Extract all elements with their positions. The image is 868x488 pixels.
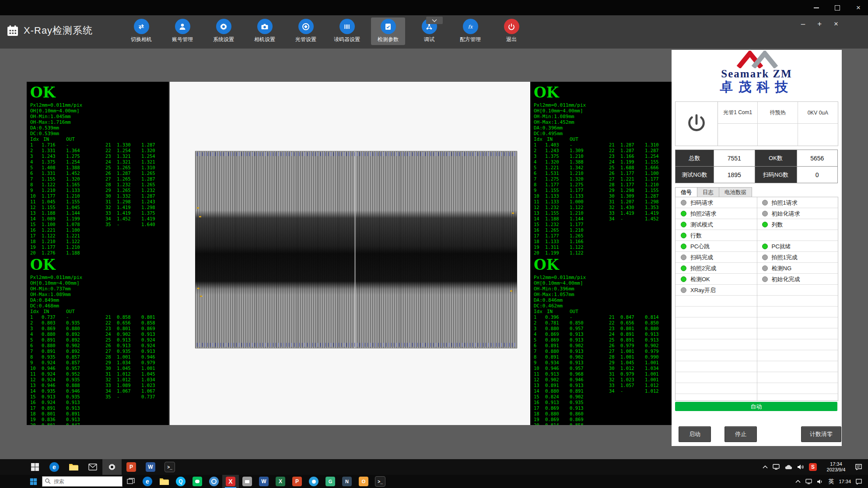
navy-app-icon[interactable] — [339, 475, 355, 488]
signal-led — [762, 222, 768, 227]
auto-mode-button[interactable]: 自动 — [675, 402, 837, 411]
toolbar-item-label: 相机设置 — [254, 36, 275, 43]
volume-icon[interactable] — [797, 464, 804, 470]
start-button-local[interactable] — [25, 475, 41, 488]
signal-label: 初始化请求 — [772, 210, 800, 218]
toolbar-item-exit[interactable]: 退出 — [494, 17, 528, 45]
sogou-input-icon[interactable] — [809, 463, 817, 471]
signal-led — [681, 287, 686, 293]
stop-button[interactable]: 停止 — [724, 426, 757, 442]
tab-log[interactable]: 日志 — [697, 187, 719, 198]
word-icon[interactable] — [256, 475, 272, 488]
language-indicator[interactable]: 英 — [828, 478, 834, 485]
toolbar-item-system-settings[interactable]: 系统设置 — [206, 17, 241, 45]
settings-app-icon[interactable] — [102, 459, 122, 475]
display-icon[interactable] — [805, 479, 812, 485]
toolbar-item-account[interactable]: 账号管理 — [165, 17, 200, 45]
signal-led — [762, 211, 768, 216]
counter-label: 测试NG数 — [676, 167, 714, 183]
system-close-button[interactable]: × — [849, 0, 868, 15]
marker-dot — [200, 296, 202, 297]
chevron-up-icon[interactable] — [795, 480, 801, 483]
notification-icon[interactable] — [856, 479, 862, 485]
signal-label: 检测NG — [772, 265, 792, 272]
document-check-icon — [381, 19, 396, 34]
toolbar-item-reader-settings[interactable]: 读码器设置 — [330, 17, 364, 45]
toolbar-item-recipe[interactable]: fx 配方管理 — [453, 17, 487, 45]
powerpoint-icon[interactable] — [289, 475, 305, 488]
system-tray-local: 英 17:34 — [795, 478, 868, 485]
signal-led — [681, 254, 686, 260]
toolbar-item-switch-camera[interactable]: 切换相机 — [124, 17, 158, 45]
signal-label: 列数 — [772, 221, 783, 229]
count-clear-button[interactable]: 计数清零 — [801, 426, 841, 442]
edge-icon[interactable] — [139, 475, 156, 488]
annotation-ticks-top — [197, 152, 515, 156]
signal-label: 拍照2请求 — [690, 210, 716, 218]
search-input[interactable] — [42, 476, 122, 487]
taskbar-local: 英 17:34 — [0, 475, 868, 488]
toolbar-item-camera-settings[interactable]: 相机设置 — [248, 17, 282, 45]
chevron-up-icon[interactable] — [763, 465, 768, 469]
task-view-icon[interactable] — [122, 475, 139, 488]
signal-label: 拍照1完成 — [772, 254, 798, 261]
signal-led — [681, 200, 686, 206]
measurement-rows: 210.8470.814220.6560.850230.8010.880240.… — [609, 314, 667, 394]
camera-app-icon[interactable] — [239, 475, 256, 488]
tab-signal[interactable]: 信号 — [675, 187, 697, 198]
debug-dropdown-button[interactable] — [426, 17, 443, 24]
green-app-icon[interactable] — [322, 475, 339, 488]
measurement-info: Pxl2mm=0.011mm/pixOH[0.10mm~4.00mm]OH-Mi… — [30, 102, 166, 136]
gear-icon — [216, 19, 231, 34]
measurement-panel-right: OK Pxl2mm=0.011mm/pixOH[0.10mm~4.00mm]OH… — [530, 82, 672, 425]
signal-led — [681, 244, 686, 249]
toolbar-item-tube-settings[interactable]: 光管设置 — [289, 17, 323, 45]
toolbar-item-label: 切换相机 — [131, 36, 152, 43]
start-button[interactable]: 启动 — [679, 426, 711, 442]
notification-icon[interactable] — [855, 464, 862, 470]
mail-icon[interactable] — [83, 459, 102, 475]
powerpoint-icon[interactable] — [122, 459, 141, 475]
system-minimize-button[interactable] — [807, 0, 826, 15]
display-icon[interactable] — [773, 464, 780, 470]
system-maximize-button[interactable] — [828, 0, 847, 15]
file-explorer-icon[interactable] — [64, 459, 83, 475]
app-close-button[interactable]: × — [832, 20, 840, 28]
wechat-icon[interactable] — [189, 475, 206, 488]
search-icon — [45, 478, 51, 484]
volume-icon[interactable] — [817, 479, 823, 485]
edge-icon[interactable] — [45, 459, 64, 475]
signal-label: 测试模式 — [690, 221, 713, 229]
signal-led — [681, 211, 686, 216]
orange-app-icon[interactable] — [355, 475, 372, 488]
measurement-rows: 211.2871.310221.2871.287231.1661.254241.… — [609, 142, 667, 222]
tray-date: 2023/9/4 — [827, 467, 846, 472]
onedrive-icon[interactable] — [784, 464, 792, 470]
word-icon[interactable] — [141, 459, 160, 475]
power-button[interactable] — [676, 102, 718, 146]
xray-viewport — [170, 82, 530, 425]
tab-battery-data[interactable]: 电池数据 — [719, 187, 752, 198]
clock[interactable]: 17:34 2023/9/4 — [822, 461, 850, 473]
qq-icon[interactable] — [172, 475, 189, 488]
clock[interactable]: 17:34 — [839, 479, 851, 484]
browser-icon[interactable] — [305, 475, 322, 488]
app-minimize-button[interactable]: – — [799, 20, 807, 28]
measurement-rows: 210.8580.801220.6560.858230.8010.869240.… — [105, 314, 163, 400]
signal-led — [762, 276, 768, 282]
terminal-icon[interactable] — [160, 459, 179, 475]
file-explorer-icon[interactable] — [156, 475, 172, 488]
xray-app-icon[interactable] — [222, 475, 239, 488]
signal-led — [681, 222, 686, 227]
signal-led — [762, 244, 768, 249]
camera-icon — [257, 19, 273, 34]
excel-icon[interactable] — [272, 475, 289, 488]
toolbar-item-detect-params[interactable]: 检测参数 — [371, 17, 405, 45]
exit-power-icon — [504, 19, 519, 34]
search-app-icon[interactable] — [206, 475, 222, 488]
start-button-remote[interactable] — [25, 459, 45, 475]
terminal-icon[interactable] — [372, 475, 388, 488]
result-status: OK — [30, 257, 166, 273]
tube-empty-cell — [798, 124, 838, 146]
app-restore-button[interactable]: + — [816, 20, 823, 28]
